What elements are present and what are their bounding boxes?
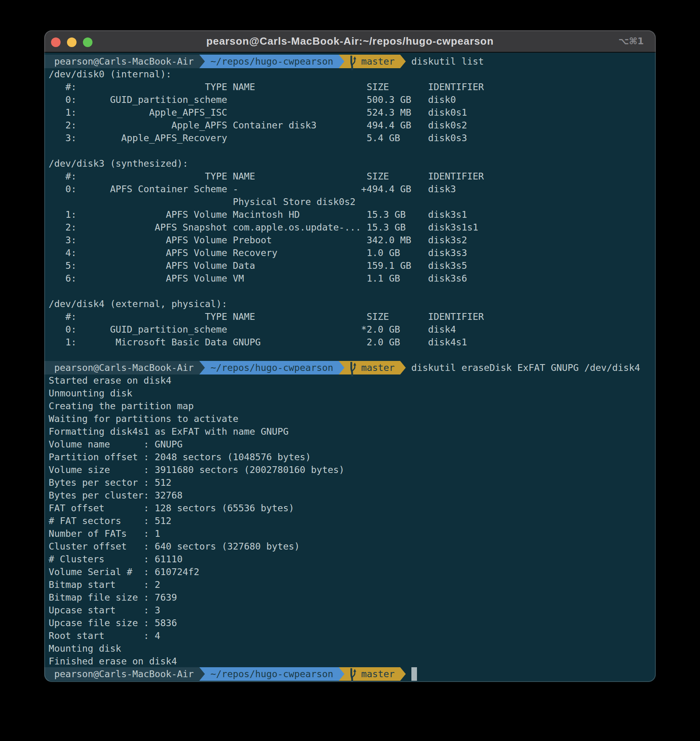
prompt-branch-segment: master	[344, 361, 400, 374]
terminal-line: Physical Store disk0s2	[49, 195, 656, 208]
powerline-arrow-icon	[199, 361, 205, 374]
terminal-line: Partition offset : 2048 sectors (1048576…	[49, 451, 656, 463]
terminal-line: Upcase file size : 5836	[49, 617, 656, 629]
terminal-line: 0: GUID_partition_scheme *2.0 GB disk4	[49, 323, 656, 336]
terminal-line: FAT offset : 128 sectors (65536 bytes)	[49, 502, 656, 514]
terminal-line: Creating the partition map	[49, 400, 656, 412]
terminal-line: 1: APFS Volume Macintosh HD 15.3 GB disk…	[49, 208, 656, 221]
powerline-arrow-icon	[199, 667, 205, 681]
terminal-line: Bitmap start : 2	[49, 578, 656, 591]
prompt-line: pearson@Carls-MacBook-Air ~/repos/hugo-c…	[44, 55, 656, 68]
prompt-branch-segment: master	[344, 667, 400, 681]
prompt-directory-segment: ~/repos/hugo-cwpearson	[205, 361, 339, 374]
segment-spacer	[406, 668, 411, 680]
terminal-line: 0: GUID_partition_scheme 500.3 GB disk0	[49, 93, 656, 106]
terminal-content[interactable]: pearson@Carls-MacBook-Air ~/repos/hugo-c…	[44, 53, 656, 682]
prompt-line: pearson@Carls-MacBook-Air ~/repos/hugo-c…	[44, 361, 656, 374]
terminal-blank-line	[49, 285, 656, 298]
terminal-line: Waiting for partitions to activate	[49, 412, 656, 425]
powerline-arrow-icon	[400, 361, 406, 374]
terminal-line: Unmounting disk	[49, 387, 656, 400]
git-branch-icon	[350, 667, 356, 681]
terminal-line: 0: APFS Container Scheme - +494.4 GB dis…	[49, 183, 656, 195]
powerline-arrow-icon	[339, 667, 344, 681]
powerline-arrow-icon	[339, 55, 344, 68]
terminal-window: pearson@Carls-MacBook-Air:~/repos/hugo-c…	[44, 30, 656, 682]
segment-spacer	[344, 668, 350, 680]
terminal-line: 3: Apple_APFS_Recovery 5.4 GB disk0s3	[49, 132, 656, 144]
command-text: diskutil list	[406, 55, 484, 68]
terminal-line: Cluster offset : 640 sectors (327680 byt…	[49, 540, 656, 553]
terminal-line: # Clusters : 61110	[49, 553, 656, 566]
branch-name: master	[356, 55, 400, 68]
terminal-line: 2: Apple_APFS Container disk3 494.4 GB d…	[49, 119, 656, 132]
prompt-user-host-segment: pearson@Carls-MacBook-Air	[44, 55, 199, 68]
terminal-line: Mounting disk	[49, 642, 656, 655]
terminal-line: #: TYPE NAME SIZE IDENTIFIER	[49, 310, 656, 323]
git-branch-icon	[350, 55, 356, 68]
terminal-line: Volume Serial # : 610724f2	[49, 566, 656, 578]
terminal-line: 5: APFS Volume Data 159.1 GB disk3s5	[49, 259, 656, 272]
window-title: pearson@Carls-MacBook-Air:~/repos/hugo-c…	[44, 30, 656, 52]
git-branch-icon	[350, 361, 356, 374]
cursor-block	[411, 667, 417, 681]
prompt-branch-segment: master	[344, 55, 400, 68]
powerline-arrow-icon	[400, 667, 406, 681]
terminal-line: 4: APFS Volume Recovery 1.0 GB disk3s3	[49, 246, 656, 259]
prompt-directory-segment: ~/repos/hugo-cwpearson	[205, 667, 339, 681]
prompt-user-host-segment: pearson@Carls-MacBook-Air	[44, 667, 199, 681]
branch-name: master	[356, 361, 400, 374]
terminal-line: Bitmap file size : 7639	[49, 591, 656, 604]
terminal-line: 6: APFS Volume VM 1.1 GB disk3s6	[49, 272, 656, 285]
segment-spacer	[344, 55, 350, 68]
terminal-line: #: TYPE NAME SIZE IDENTIFIER	[49, 81, 656, 93]
terminal-line: Upcase start : 3	[49, 604, 656, 617]
terminal-line: 1: Apple_APFS_ISC 524.3 MB disk0s1	[49, 106, 656, 119]
terminal-line: 1: Microsoft Basic Data GNUPG 2.0 GB dis…	[49, 336, 656, 349]
prompt-line-active: pearson@Carls-MacBook-Air ~/repos/hugo-c…	[44, 668, 656, 680]
titlebar[interactable]: pearson@Carls-MacBook-Air:~/repos/hugo-c…	[44, 30, 656, 53]
terminal-blank-line	[49, 349, 656, 361]
terminal-line: Number of FATs : 1	[49, 527, 656, 540]
branch-name: master	[356, 668, 400, 680]
terminal-line: Volume size : 3911680 sectors (200278016…	[49, 463, 656, 476]
terminal-line: # FAT sectors : 512	[49, 514, 656, 527]
terminal-line: /dev/disk3 (synthesized):	[49, 157, 656, 170]
terminal-line: Formatting disk4s1 as ExFAT with name GN…	[49, 425, 656, 438]
tab-shortcut-badge: ⌥⌘1	[618, 30, 644, 52]
terminal-line: 3: APFS Volume Preboot 342.0 MB disk3s2	[49, 234, 656, 246]
terminal-line: Bytes per sector : 512	[49, 476, 656, 489]
terminal-line: Finished erase on disk4	[49, 655, 656, 668]
powerline-arrow-icon	[199, 55, 205, 68]
segment-spacer	[344, 361, 350, 374]
terminal-line: 2: APFS Snapshot com.apple.os.update-...…	[49, 221, 656, 234]
desktop: { "window": { "title": "pearson@Carls-Ma…	[0, 0, 700, 741]
terminal-line: Bytes per cluster: 32768	[49, 489, 656, 502]
prompt-directory-segment: ~/repos/hugo-cwpearson	[205, 55, 339, 68]
command-text: diskutil eraseDisk ExFAT GNUPG /dev/disk…	[406, 361, 640, 374]
powerline-arrow-icon	[339, 361, 344, 374]
prompt-user-host-segment: pearson@Carls-MacBook-Air	[44, 361, 199, 374]
terminal-line: Volume name : GNUPG	[49, 438, 656, 451]
terminal-line: #: TYPE NAME SIZE IDENTIFIER	[49, 170, 656, 183]
powerline-arrow-icon	[400, 55, 406, 68]
terminal-line: Root start : 4	[49, 629, 656, 642]
terminal-line: /dev/disk4 (external, physical):	[49, 298, 656, 310]
terminal-blank-line	[49, 144, 656, 157]
